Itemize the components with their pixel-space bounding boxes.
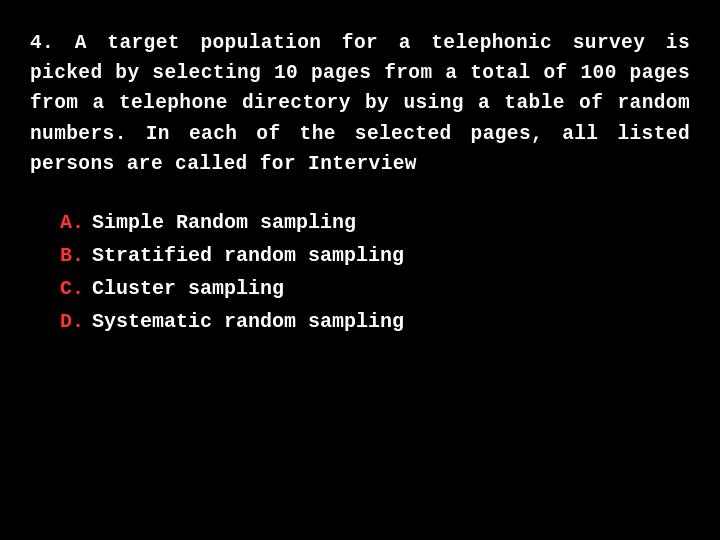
option-a[interactable]: A. Simple Random sampling (60, 211, 690, 234)
option-c[interactable]: C. Cluster sampling (60, 277, 690, 300)
option-a-letter: A. (60, 211, 92, 234)
options-container: A. Simple Random sampling B. Stratified … (30, 211, 690, 333)
option-d[interactable]: D. Systematic random sampling (60, 310, 690, 333)
option-c-letter: C. (60, 277, 92, 300)
main-container: 4. A target population for a telephonic … (0, 0, 720, 540)
option-d-text: Systematic random sampling (92, 310, 404, 333)
option-c-text: Cluster sampling (92, 277, 284, 300)
option-a-text: Simple Random sampling (92, 211, 356, 234)
option-d-letter: D. (60, 310, 92, 333)
question-text: 4. A target population for a telephonic … (30, 28, 690, 179)
option-b[interactable]: B. Stratified random sampling (60, 244, 690, 267)
option-b-text: Stratified random sampling (92, 244, 404, 267)
option-b-letter: B. (60, 244, 92, 267)
